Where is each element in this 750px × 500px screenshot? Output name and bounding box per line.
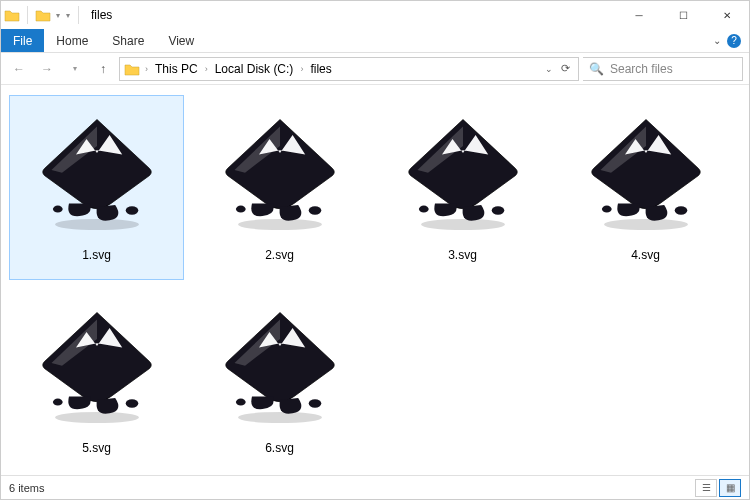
file-item[interactable]: 2.svg (192, 95, 367, 280)
help-icon[interactable]: ? (727, 34, 741, 48)
file-thumbnail (22, 295, 172, 435)
qat-properties-icon[interactable] (34, 6, 52, 24)
status-item-count: 6 items (9, 482, 44, 494)
file-thumbnail (205, 295, 355, 435)
chevron-right-icon[interactable]: › (202, 64, 211, 74)
breadcrumb[interactable]: This PC (153, 62, 200, 76)
maximize-button[interactable]: ☐ (661, 1, 705, 29)
chevron-right-icon[interactable]: › (297, 64, 306, 74)
file-pane[interactable]: 1.svg 2.svg 3.svg 4.svg 5.svg 6.svg (1, 85, 749, 475)
address-bar[interactable]: › This PC › Local Disk (C:) › files ⌄ ⟳ (119, 57, 579, 81)
nav-recent-dropdown-icon[interactable]: ▾ (63, 57, 87, 81)
view-large-icons-button[interactable]: ▦ (719, 479, 741, 497)
nav-up-button[interactable]: ↑ (91, 57, 115, 81)
file-name-label: 6.svg (265, 441, 294, 455)
navbar: ← → ▾ ↑ › This PC › Local Disk (C:) › fi… (1, 53, 749, 85)
file-thumbnail (388, 102, 538, 242)
ribbon-collapse-icon[interactable]: ⌄ (713, 35, 721, 46)
file-thumbnail (22, 102, 172, 242)
tab-share[interactable]: Share (100, 29, 156, 52)
search-placeholder: Search files (610, 62, 673, 76)
file-item[interactable]: 4.svg (558, 95, 733, 280)
nav-forward-button[interactable]: → (35, 57, 59, 81)
search-input[interactable]: 🔍 Search files (583, 57, 743, 81)
file-name-label: 3.svg (448, 248, 477, 262)
file-name-label: 5.svg (82, 441, 111, 455)
breadcrumb[interactable]: Local Disk (C:) (213, 62, 296, 76)
window-title: files (85, 8, 617, 22)
file-thumbnail (205, 102, 355, 242)
chevron-right-icon[interactable]: › (142, 64, 151, 74)
file-item[interactable]: 1.svg (9, 95, 184, 280)
qat-dropdown-icon[interactable]: ▾ (54, 11, 62, 20)
ribbon-tabs: File Home Share View ⌄ ? (1, 29, 749, 53)
file-thumbnail (571, 102, 721, 242)
view-details-button[interactable]: ☰ (695, 479, 717, 497)
titlebar: ▾ ▾ files ─ ☐ ✕ (1, 1, 749, 29)
file-item[interactable]: 3.svg (375, 95, 550, 280)
file-name-label: 1.svg (82, 248, 111, 262)
breadcrumb[interactable]: files (308, 62, 333, 76)
tab-file[interactable]: File (1, 29, 44, 52)
tab-view[interactable]: View (156, 29, 206, 52)
app-icon (3, 6, 21, 24)
close-button[interactable]: ✕ (705, 1, 749, 29)
file-name-label: 4.svg (631, 248, 660, 262)
address-dropdown-icon[interactable]: ⌄ (545, 64, 553, 74)
search-icon: 🔍 (589, 62, 604, 76)
file-item[interactable]: 6.svg (192, 288, 367, 473)
file-item[interactable]: 5.svg (9, 288, 184, 473)
minimize-button[interactable]: ─ (617, 1, 661, 29)
nav-back-button[interactable]: ← (7, 57, 31, 81)
tab-home[interactable]: Home (44, 29, 100, 52)
qat-overflow-icon[interactable]: ▾ (64, 11, 72, 20)
address-folder-icon (124, 61, 140, 77)
refresh-icon[interactable]: ⟳ (557, 62, 574, 75)
statusbar: 6 items ☰ ▦ (1, 475, 749, 499)
file-name-label: 2.svg (265, 248, 294, 262)
